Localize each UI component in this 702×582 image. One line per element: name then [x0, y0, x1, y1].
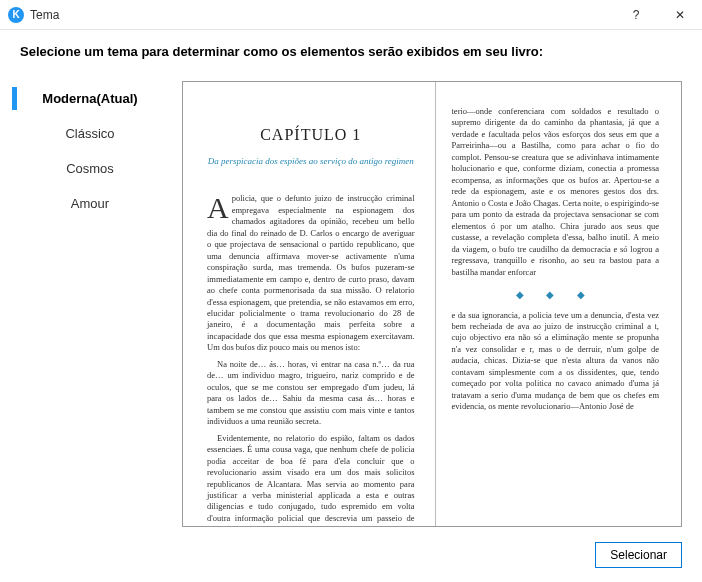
- window-title: Tema: [30, 8, 614, 22]
- preview-paragraph: Na noite de… ás… horas, vi entrar na cas…: [207, 359, 415, 428]
- theme-sidebar: Moderna(Atual) Clássico Cosmos Amour: [20, 81, 160, 527]
- app-icon: K: [8, 7, 24, 23]
- preview-paragraph: Evidentemente, no relatorio do espião, f…: [207, 433, 415, 527]
- theme-item-classico[interactable]: Clássico: [20, 116, 160, 151]
- preview-paragraph: Apolicia, que o defunto juizo de instruc…: [207, 193, 415, 354]
- theme-preview: CAPÍTULO 1 Da perspicacia dos espiões ao…: [182, 81, 682, 527]
- help-button[interactable]: ?: [614, 0, 658, 30]
- preview-paragraph: e da sua ignorancia, a policia teve um a…: [452, 310, 660, 413]
- theme-item-cosmos[interactable]: Cosmos: [20, 151, 160, 186]
- chapter-title: CAPÍTULO 1: [207, 124, 415, 146]
- close-button[interactable]: ✕: [658, 0, 702, 30]
- preview-paragraph: terio—onde conferenciara com soldados e …: [452, 106, 660, 278]
- content-area: Moderna(Atual) Clássico Cosmos Amour CAP…: [0, 67, 702, 527]
- paragraph-text: policia, que o defunto juizo de instrucç…: [207, 193, 415, 352]
- preview-page-left: CAPÍTULO 1 Da perspicacia dos espiões ao…: [183, 82, 435, 526]
- section-separator-icon: ◆ ◆ ◆: [452, 288, 660, 302]
- theme-item-amour[interactable]: Amour: [20, 186, 160, 221]
- preview-page-right: terio—onde conferenciara com soldados e …: [436, 82, 682, 526]
- dropcap: A: [207, 193, 232, 221]
- titlebar: K Tema ? ✕: [0, 0, 702, 30]
- dialog-footer: Selecionar: [595, 542, 682, 568]
- chapter-subtitle: Da perspicacia dos espiões ao serviço do…: [207, 156, 415, 168]
- select-button[interactable]: Selecionar: [595, 542, 682, 568]
- instruction-text: Selecione um tema para determinar como o…: [0, 30, 702, 67]
- theme-item-moderna[interactable]: Moderna(Atual): [20, 81, 160, 116]
